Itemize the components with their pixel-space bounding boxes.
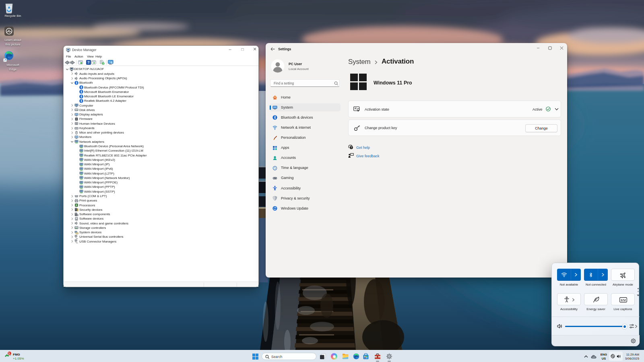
svg-text:?: ?: [351, 146, 352, 149]
svg-text:?: ?: [87, 60, 90, 64]
